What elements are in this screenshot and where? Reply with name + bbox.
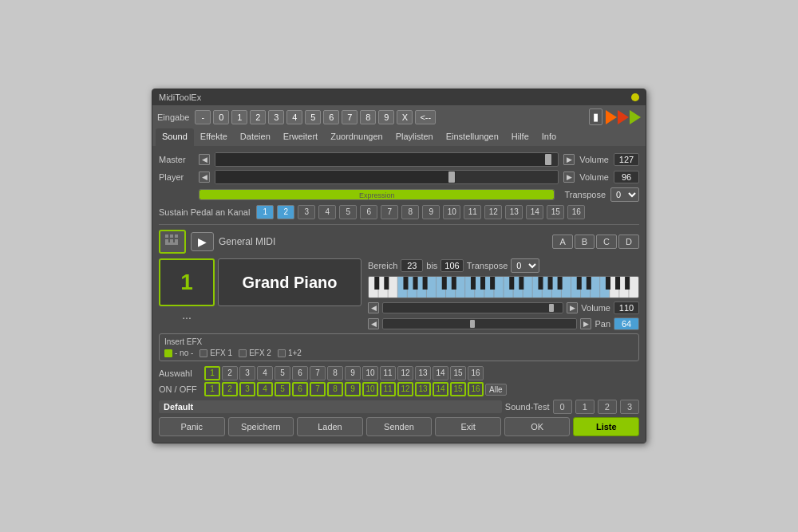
ok-button[interactable]: OK xyxy=(504,417,571,436)
dots-button[interactable]: ... xyxy=(159,309,215,321)
efx-1[interactable]: EFX 1 xyxy=(200,349,232,357)
play-button[interactable]: ▶ xyxy=(191,232,214,251)
senden-button[interactable]: Senden xyxy=(366,417,433,436)
sound-test-0[interactable]: 0 xyxy=(553,400,572,414)
sustain-ch-1[interactable]: 1 xyxy=(256,205,274,219)
tab-c[interactable]: C xyxy=(596,234,617,249)
inst-pan-slider[interactable] xyxy=(382,318,577,329)
auswahl-ch-3[interactable]: 3 xyxy=(239,366,255,380)
tab-playlisten[interactable]: Playlisten xyxy=(389,128,440,146)
master-left-arrow[interactable]: ◀ xyxy=(199,154,210,165)
player-left-arrow[interactable]: ◀ xyxy=(199,171,210,183)
auswahl-ch-15[interactable]: 15 xyxy=(450,366,466,380)
tab-hilfe[interactable]: Hilfe xyxy=(505,128,535,146)
auswahl-ch-6[interactable]: 6 xyxy=(292,366,308,380)
vol-right-arrow[interactable]: ▶ xyxy=(567,302,578,313)
auswahl-ch-12[interactable]: 12 xyxy=(397,366,413,380)
sustain-ch-16[interactable]: 16 xyxy=(567,205,585,219)
num-4[interactable]: 4 xyxy=(286,110,302,124)
num-1[interactable]: 1 xyxy=(231,110,247,124)
onoff-ch-7[interactable]: 7 xyxy=(310,382,326,396)
num-6[interactable]: 6 xyxy=(323,110,339,124)
onoff-ch-3[interactable]: 3 xyxy=(239,382,255,396)
sustain-ch-15[interactable]: 15 xyxy=(547,205,564,219)
tab-a[interactable]: A xyxy=(552,234,572,249)
num-x[interactable]: X xyxy=(397,110,413,124)
onoff-ch-11[interactable]: 11 xyxy=(380,382,396,396)
minus-button[interactable]: - xyxy=(195,110,211,124)
num-3[interactable]: 3 xyxy=(268,110,284,124)
tab-erweitert[interactable]: Erweitert xyxy=(277,128,324,146)
speichern-button[interactable]: Speichern xyxy=(228,417,294,436)
auswahl-ch-7[interactable]: 7 xyxy=(310,366,326,380)
tab-d[interactable]: D xyxy=(618,234,639,249)
num-2[interactable]: 2 xyxy=(250,110,266,124)
onoff-ch-12[interactable]: 12 xyxy=(397,382,413,396)
sustain-ch-4[interactable]: 4 xyxy=(318,205,336,219)
laden-button[interactable]: Laden xyxy=(297,417,363,436)
transpose-select[interactable]: 0 1 -1 xyxy=(610,187,639,202)
tab-effekte[interactable]: Effekte xyxy=(194,128,234,146)
sustain-ch-14[interactable]: 14 xyxy=(526,205,543,219)
tab-sound[interactable]: Sound xyxy=(156,128,194,146)
panic-button[interactable]: Panic xyxy=(159,417,225,436)
efx-no[interactable]: - no - xyxy=(164,349,193,357)
tab-dateien[interactable]: Dateien xyxy=(234,128,277,146)
onoff-ch-14[interactable]: 14 xyxy=(433,382,448,396)
auswahl-ch-5[interactable]: 5 xyxy=(275,366,290,380)
num-7[interactable]: 7 xyxy=(342,110,358,124)
tab-info[interactable]: Info xyxy=(535,128,563,146)
auswahl-ch-13[interactable]: 13 xyxy=(415,366,431,380)
pan-right-arrow[interactable]: ▶ xyxy=(580,318,591,329)
onoff-ch-16[interactable]: 16 xyxy=(468,382,484,396)
master-right-arrow[interactable]: ▶ xyxy=(563,154,575,165)
auswahl-ch-2[interactable]: 2 xyxy=(222,366,238,380)
onoff-ch-15[interactable]: 15 xyxy=(450,382,466,396)
master-slider[interactable] xyxy=(215,152,559,167)
efx-12[interactable]: 1+2 xyxy=(278,349,302,357)
sustain-ch-6[interactable]: 6 xyxy=(360,205,377,219)
liste-button[interactable]: Liste xyxy=(573,417,639,436)
auswahl-ch-16[interactable]: 16 xyxy=(468,366,484,380)
onoff-ch-1[interactable]: 1 xyxy=(204,382,220,396)
tab-einstellungen[interactable]: Einstellungen xyxy=(440,128,505,146)
sound-test-2[interactable]: 2 xyxy=(598,400,617,414)
sustain-ch-9[interactable]: 9 xyxy=(422,205,440,219)
alle-button[interactable]: Alle xyxy=(485,384,507,396)
sustain-ch-5[interactable]: 5 xyxy=(339,205,357,219)
tab-zuordnungen[interactable]: Zuordnungen xyxy=(324,128,389,146)
num-9[interactable]: 9 xyxy=(378,110,394,124)
player-slider[interactable] xyxy=(215,170,559,184)
efx-1-checkbox[interactable] xyxy=(200,349,207,357)
efx-12-checkbox[interactable] xyxy=(278,349,286,357)
auswahl-ch-8[interactable]: 8 xyxy=(327,366,343,380)
auswahl-ch-11[interactable]: 11 xyxy=(380,366,396,380)
sustain-ch-3[interactable]: 3 xyxy=(298,205,315,219)
sustain-ch-13[interactable]: 13 xyxy=(505,205,523,219)
expression-bar[interactable]: Expression xyxy=(199,189,555,200)
efx-no-checkbox[interactable] xyxy=(164,349,172,357)
vol-left-arrow[interactable]: ◀ xyxy=(368,302,379,313)
sustain-ch-12[interactable]: 12 xyxy=(484,205,502,219)
sustain-ch-2[interactable]: 2 xyxy=(277,205,294,219)
num-8[interactable]: 8 xyxy=(360,110,376,124)
efx-2[interactable]: EFX 2 xyxy=(239,349,271,357)
efx-2-checkbox[interactable] xyxy=(239,349,247,357)
num-5[interactable]: 5 xyxy=(305,110,321,124)
onoff-ch-6[interactable]: 6 xyxy=(292,382,308,396)
num-0[interactable]: 0 xyxy=(213,110,229,124)
sound-test-1[interactable]: 1 xyxy=(575,400,595,414)
midi-icon-button[interactable] xyxy=(159,230,186,254)
onoff-ch-8[interactable]: 8 xyxy=(327,382,343,396)
auswahl-ch-10[interactable]: 10 xyxy=(362,366,378,380)
onoff-ch-13[interactable]: 13 xyxy=(415,382,431,396)
sound-test-3[interactable]: 3 xyxy=(620,400,639,414)
onoff-ch-5[interactable]: 5 xyxy=(275,382,290,396)
grand-piano-name[interactable]: Grand Piano xyxy=(218,258,361,306)
screen-icon[interactable]: ▮ xyxy=(589,108,602,125)
pan-left-arrow[interactable]: ◀ xyxy=(368,318,379,329)
sustain-ch-11[interactable]: 11 xyxy=(464,205,481,219)
player-right-arrow[interactable]: ▶ xyxy=(563,171,575,183)
preset-number-box[interactable]: 1 xyxy=(159,258,215,306)
onoff-ch-2[interactable]: 2 xyxy=(222,382,238,396)
